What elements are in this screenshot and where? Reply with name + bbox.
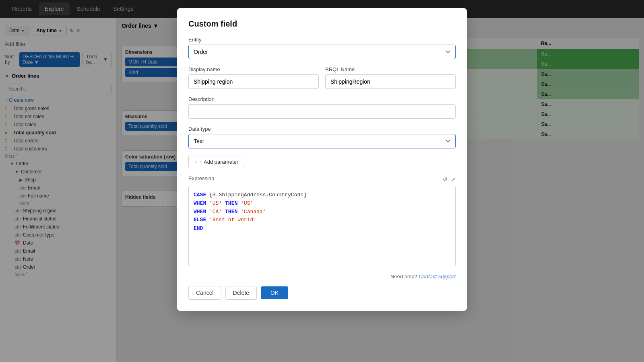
custom-field-modal: Custom field Entity Order Customer Produ…	[177, 8, 467, 311]
brql-name-label: BRQL Name	[325, 66, 456, 72]
display-name-label: Display name	[188, 66, 319, 72]
ok-button[interactable]: OK	[261, 286, 288, 299]
entity-field-row: Entity Order Customer Product	[188, 37, 456, 59]
add-param-label: + Add parameter	[200, 159, 238, 165]
add-parameter-button[interactable]: + + Add parameter	[188, 156, 244, 168]
expression-icons: ↺ ⤢	[443, 176, 456, 183]
expression-label: Expression	[188, 175, 214, 181]
history-icon[interactable]: ↺	[443, 176, 448, 183]
display-name-group: Display name	[188, 66, 319, 89]
description-field-row: Description	[188, 96, 456, 119]
data-type-field-row: Data type Text Number Date Boolean	[188, 126, 456, 148]
delete-button[interactable]: Delete	[225, 286, 257, 300]
modal-overlay: Custom field Entity Order Customer Produ…	[0, 0, 644, 362]
brql-name-group: BRQL Name	[325, 66, 456, 89]
contact-support-link[interactable]: Contact support	[419, 274, 456, 280]
data-type-label: Data type	[188, 126, 456, 132]
entity-select[interactable]: Order Customer Product	[188, 45, 456, 59]
display-name-input[interactable]	[188, 74, 319, 89]
plus-icon: +	[194, 159, 198, 165]
data-type-select[interactable]: Text Number Date Boolean	[188, 134, 456, 148]
description-input[interactable]	[188, 104, 456, 119]
cancel-button[interactable]: Cancel	[188, 286, 221, 300]
entity-label: Entity	[188, 37, 456, 43]
help-row: Need help? Contact support	[188, 274, 456, 280]
expand-icon[interactable]: ⤢	[451, 176, 456, 183]
expression-editor[interactable]: CASE [$.ShippingAddress.CountryCode] WHE…	[188, 186, 456, 266]
help-text: Need help?	[390, 274, 417, 280]
description-label: Description	[188, 96, 456, 102]
expression-field-row: Expression ↺ ⤢ CASE [$.ShippingAddress.C…	[188, 175, 456, 266]
brql-name-input[interactable]	[325, 74, 456, 89]
add-parameter-row: + + Add parameter	[188, 156, 456, 168]
modal-footer: Cancel Delete OK	[188, 286, 456, 300]
expression-header: Expression ↺ ⤢	[188, 175, 456, 183]
name-fields-row: Display name BRQL Name	[188, 66, 456, 89]
modal-title: Custom field	[188, 19, 456, 29]
